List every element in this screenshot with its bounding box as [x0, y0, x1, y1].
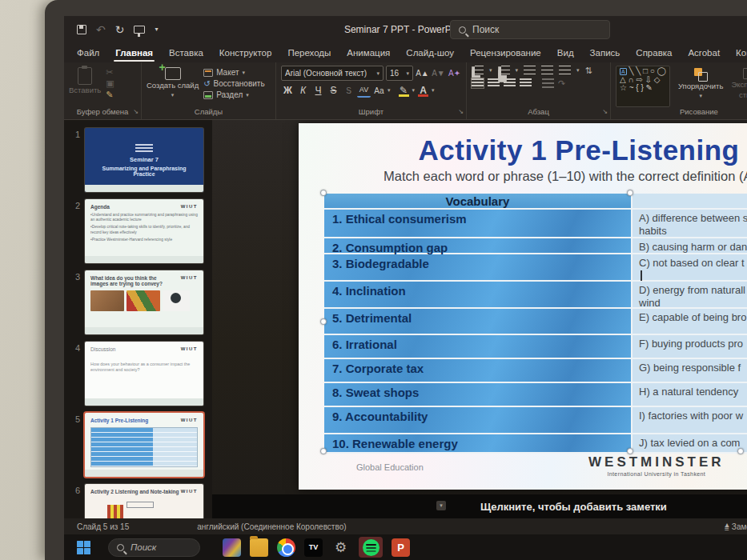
text-cursor [641, 270, 642, 281]
paste-icon [78, 67, 92, 85]
dialog-launcher-icon[interactable]: ↘ [133, 108, 139, 115]
slide-thumbnail-2[interactable]: Agenda WIUT •Understand and practice sum… [85, 199, 203, 263]
start-slideshow-icon[interactable] [134, 26, 145, 34]
quick-access-toolbar: ↶ ↻ ▾ [64, 24, 158, 35]
chrome-icon[interactable] [277, 538, 295, 557]
font-name-combo[interactable]: Arial (Основной текст) ▾ [281, 66, 384, 81]
save-icon[interactable] [77, 25, 86, 34]
justify-icon[interactable] [520, 78, 532, 88]
taskbar-search[interactable]: Поиск [108, 538, 200, 557]
tab-help[interactable]: Справка [628, 45, 680, 62]
section-button[interactable]: Раздел ▾ [203, 90, 264, 99]
reset-button[interactable]: ↺ Восстановить [203, 79, 264, 88]
cut-icon[interactable]: ✂ [106, 68, 114, 77]
windows-start-icon[interactable] [77, 541, 90, 554]
quick-styles-button[interactable]: Экспресс- стили [731, 66, 747, 107]
slide-thumbnail-1[interactable]: Seminar 7 Summarizing and Paraphrasing P… [85, 128, 203, 192]
tab-slideshow[interactable]: Слайд-шоу [398, 45, 462, 62]
selection-handle[interactable] [320, 448, 327, 454]
format-painter-icon[interactable]: ✎ [106, 90, 114, 99]
new-slide-button[interactable]: Создать слайд ▾ [147, 66, 199, 107]
colorful-app-icon[interactable] [223, 538, 241, 557]
text-shadow-icon[interactable]: S [342, 83, 355, 98]
selection-handle[interactable] [737, 448, 744, 454]
align-right-icon[interactable] [504, 78, 516, 88]
tab-review[interactable]: Рецензирование [462, 45, 549, 62]
paragraph-group: ▾ ▾ ▾ ⇅ ↷ Абзац ↘ [467, 62, 611, 119]
slide-subtitle[interactable]: Match each word or phrase (1–10) with th… [299, 169, 747, 184]
bold-button[interactable]: Ж [281, 83, 295, 98]
tab-design[interactable]: Конструктор [211, 45, 280, 62]
slide-thumbnail-5-selected[interactable]: Activity 1 Pre-Listening WIUT [85, 413, 203, 477]
line-spacing-icon[interactable] [559, 66, 571, 75]
bullets-icon[interactable] [475, 66, 484, 75]
font-color-icon[interactable]: А [416, 83, 430, 98]
file-explorer-icon[interactable] [250, 538, 268, 557]
slide-thumbnail-6[interactable]: Activity 2 Listening and Note-taking WIU… [85, 484, 203, 518]
settings-gear-icon[interactable]: ⚙ [331, 538, 350, 557]
tab-file[interactable]: Файл [69, 45, 107, 62]
tab-record[interactable]: Запись [582, 45, 629, 62]
align-left-icon[interactable] [472, 78, 484, 88]
slide-canvas[interactable]: Activity 1 Pre-Listening Match each word… [299, 123, 747, 490]
westminster-brand: WESTMINSTER International University in … [588, 454, 725, 477]
grow-font-icon[interactable]: А▲ [416, 66, 429, 81]
numbering-icon[interactable] [501, 66, 510, 75]
shrink-font-icon[interactable]: А▼ [432, 66, 445, 81]
layout-button[interactable]: Макет ▾ [203, 68, 264, 77]
powerpoint-icon[interactable]: P [392, 538, 410, 557]
redo-icon[interactable]: ↻ [115, 24, 125, 35]
underline-button[interactable]: Ч [311, 83, 325, 98]
notes-icon: ▴≡ [725, 522, 729, 530]
italic-button[interactable]: К [296, 83, 310, 98]
tradingview-icon[interactable]: TV [304, 538, 323, 557]
text-direction-icon[interactable]: ⇅ [585, 66, 592, 75]
tab-view[interactable]: Вид [549, 45, 582, 62]
notes-collapse-icon[interactable]: ▾ [436, 501, 446, 510]
slide-editing-area[interactable]: Activity 1 Pre-Listening Match each word… [212, 120, 747, 494]
tab-insert[interactable]: Вставка [161, 45, 211, 62]
strikethrough-button[interactable]: S [327, 83, 340, 98]
highlight-color-icon[interactable]: ✎ [397, 83, 411, 98]
tab-home[interactable]: Главная [107, 45, 161, 62]
clear-formatting-icon[interactable]: А✦ [448, 66, 461, 81]
slide-thumbnail-3[interactable]: What idea do you think the images are tr… [85, 270, 203, 334]
increase-indent-icon[interactable] [541, 66, 553, 75]
change-case-icon[interactable]: Аа [372, 83, 386, 98]
table-row: 9. AccountabilityI) factories with poor … [324, 407, 747, 434]
selection-handle[interactable] [627, 190, 633, 196]
selection-handle[interactable] [320, 318, 327, 325]
paste-button[interactable]: Вставить [69, 66, 101, 107]
shapes-gallery[interactable]: A ╲ ╲ □ ○ ◯ △ ∩ ⇨ ⇩ ◇ ☆ ~ { } ✎ [616, 66, 670, 107]
selection-handle[interactable] [320, 190, 327, 196]
tab-transitions[interactable]: Переходы [279, 45, 339, 62]
dialog-launcher-icon[interactable]: ↘ [602, 108, 608, 115]
font-size-combo[interactable]: 16 ▾ [386, 66, 413, 81]
table-row: 1. Ethical consumerismA) difference betw… [324, 210, 747, 238]
columns-icon[interactable] [542, 78, 554, 88]
notes-pane[interactable]: ▾ Щелкните, чтобы добавить заметки [212, 494, 747, 518]
character-spacing-icon[interactable]: AV [357, 83, 371, 98]
tab-animations[interactable]: Анимация [339, 45, 398, 62]
align-center-icon[interactable] [488, 78, 500, 88]
slide-thumbnail-4[interactable]: Discussion WIUT How does your behaviour … [85, 342, 203, 406]
language-indicator[interactable]: английский (Соединенное Королевство) [197, 522, 346, 531]
convert-smartart-icon[interactable]: ↷ [558, 79, 565, 88]
notes-placeholder[interactable]: Щелкните, чтобы добавить заметки [480, 501, 667, 513]
tab-designer[interactable]: Конструктор [728, 45, 747, 62]
slide-title[interactable]: Activity 1 Pre-Listening [299, 134, 747, 166]
copy-icon[interactable]: ▣ [106, 79, 114, 88]
notes-toggle-button[interactable]: ▴≡ Заметки [725, 522, 747, 531]
vocabulary-header-cell[interactable]: Vocabulary [324, 194, 631, 210]
qat-customize-icon[interactable]: ▾ [155, 26, 158, 33]
decrease-indent-icon[interactable] [524, 66, 536, 75]
vocabulary-table[interactable]: Vocabulary 1. Ethical consumerismA) diff… [324, 194, 747, 454]
dialog-launcher-icon[interactable]: ↘ [458, 108, 464, 115]
spotify-active-tile[interactable] [359, 537, 383, 558]
tab-acrobat[interactable]: Acrobat [680, 45, 728, 62]
arrange-button[interactable]: Упорядочить ▾ [678, 66, 724, 107]
table-row: 3. BiodegradableC) not based on clear t [324, 254, 747, 282]
undo-icon[interactable]: ↶ [96, 24, 106, 35]
selection-handle[interactable] [627, 448, 633, 454]
search-box[interactable]: Поиск [450, 20, 610, 39]
